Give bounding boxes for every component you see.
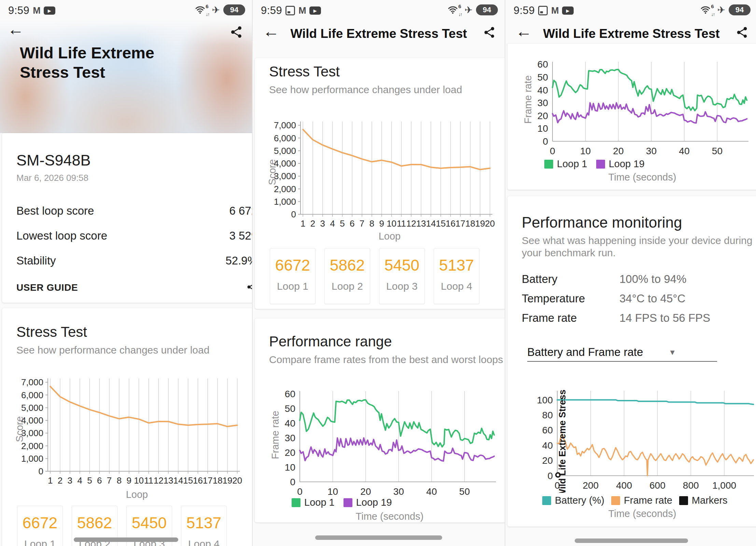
clock: 9:59 [261,4,282,17]
svg-text:50: 50 [537,72,548,83]
svg-text:0: 0 [39,466,43,476]
gesture-bar[interactable] [315,535,442,540]
performance-range-chart: 010203040506001020304050 [269,389,500,497]
share-icon[interactable] [229,25,243,40]
loop1-swatch [544,160,553,169]
svg-text:7: 7 [360,218,364,229]
svg-text:7,000: 7,000 [21,377,43,387]
section-title: Stress Test [16,308,252,340]
y-axis-label: Frame rate [522,75,534,124]
metric-select-dropdown[interactable]: Battery and Frame rate ▼ [527,343,717,362]
svg-text:50: 50 [285,403,295,414]
score-rows: Best loop score6 672 Lowest loop score3 … [16,198,252,273]
svg-text:12: 12 [406,218,416,229]
loop-chip: 6672Loop 1 [17,506,63,546]
y-axis-label: Frame rate [270,411,281,459]
result-summary-card: SM-S948B Mar 6, 2026 09:58 Best loop sco… [2,133,252,303]
svg-text:19: 19 [223,475,233,486]
x-axis-label: Loop [269,231,505,242]
svg-text:5,000: 5,000 [21,403,43,413]
svg-text:40: 40 [537,85,548,96]
svg-text:17: 17 [456,218,465,229]
y-axis-label: Score [267,159,278,185]
airplane-mode-icon: ✈ [465,4,473,16]
section-title: Performance range [269,318,505,350]
airplane-mode-icon: ✈ [212,4,220,16]
loop19-swatch [596,160,605,169]
back-icon[interactable]: ← [8,21,24,38]
clock: 9:59 [514,4,535,17]
svg-text:800: 800 [683,480,699,491]
share-icon[interactable] [483,26,496,40]
performance-range-card: Performance range Compare frame rates fr… [255,318,505,522]
legend-loop1: Loop 1 [292,497,335,508]
lowest-loop-score-row: Lowest loop score3 529 [16,223,252,248]
battery-swatch [542,496,551,505]
loop-chip: 5862Loop 2 [324,248,370,304]
app-bar-title: Wild Life Extreme Stress Test [290,27,467,41]
svg-text:50: 50 [712,146,723,156]
svg-text:16: 16 [446,218,456,229]
svg-text:15: 15 [436,218,446,229]
svg-text:2: 2 [58,475,62,486]
svg-text:14: 14 [426,218,436,229]
svg-text:8: 8 [117,475,122,486]
svg-text:15: 15 [183,475,193,486]
panel-result: 9:59 M ▶ 6 ↓↑ ✈ 94 ← Wild Life Extreme [0,0,252,546]
svg-text:0: 0 [291,209,296,219]
svg-text:0: 0 [550,146,555,156]
svg-text:11: 11 [397,218,406,229]
share-icon[interactable] [246,281,252,294]
wifi-icon: 6 ↓↑ [448,4,461,16]
svg-text:40: 40 [679,146,689,156]
svg-text:20: 20 [537,111,548,121]
back-icon[interactable]: ← [263,23,279,40]
section-subtitle: See what was happening inside your devic… [522,234,756,259]
monitoring-rows: Battery100% to 94% Temperature34°C to 45… [522,269,756,328]
loop-chip: 5450Loop 3 [379,248,425,304]
svg-text:6: 6 [350,218,354,229]
device-model: SM-S948B [16,133,252,169]
svg-text:50: 50 [459,486,470,497]
svg-text:30: 30 [393,486,404,497]
svg-text:0: 0 [547,471,553,481]
svg-text:13: 13 [416,218,426,229]
gesture-bar[interactable] [575,538,688,543]
temperature-row: Temperature34°C to 45°C [522,289,756,308]
svg-text:60: 60 [542,425,553,435]
x-axis-label: Loop [16,489,252,500]
svg-text:20: 20 [360,486,371,497]
svg-text:1,000: 1,000 [21,454,43,464]
chart-legend: Battery (%) Frame rate Markers [542,495,756,506]
legend-loop19: Loop 19 [596,158,645,170]
svg-text:0: 0 [543,136,548,147]
screenshot-collage: 9:59 M ▶ 6 ↓↑ ✈ 94 ← Wild Life Extreme [0,0,756,546]
youtube-icon: ▶ [562,6,574,15]
legend-frame-rate: Frame rate [611,495,672,506]
svg-text:10: 10 [387,218,396,229]
svg-text:20: 20 [285,447,295,458]
status-bar: 9:59 M ▶ 6 ↓↑ ✈ 94 [253,0,505,20]
svg-text:100: 100 [537,395,553,405]
performance-range-chart: 010203040506001020304050 [522,60,753,156]
svg-text:1,000: 1,000 [712,480,736,491]
back-icon[interactable]: ← [516,23,532,40]
svg-text:30: 30 [537,98,548,108]
section-subtitle: Compare frame rates from the best and wo… [269,354,505,365]
svg-text:7,000: 7,000 [274,120,296,130]
svg-text:9: 9 [127,475,131,486]
svg-text:18: 18 [465,218,475,229]
legend-loop19: Loop 19 [344,497,392,508]
svg-text:30: 30 [285,433,295,443]
screenshot-icon [285,6,295,15]
user-guide-button[interactable]: USER GUIDE [16,282,78,293]
chevron-down-icon: ▼ [669,348,676,357]
svg-text:3: 3 [68,475,72,486]
frame-rate-row: Frame rate14 FPS to 56 FPS [522,308,756,328]
share-icon[interactable] [736,26,748,40]
svg-text:7: 7 [107,475,112,486]
svg-text:4: 4 [330,218,335,229]
svg-text:0: 0 [297,486,303,497]
x-axis-label: Time (seconds) [269,511,505,522]
gesture-bar[interactable] [74,537,178,542]
